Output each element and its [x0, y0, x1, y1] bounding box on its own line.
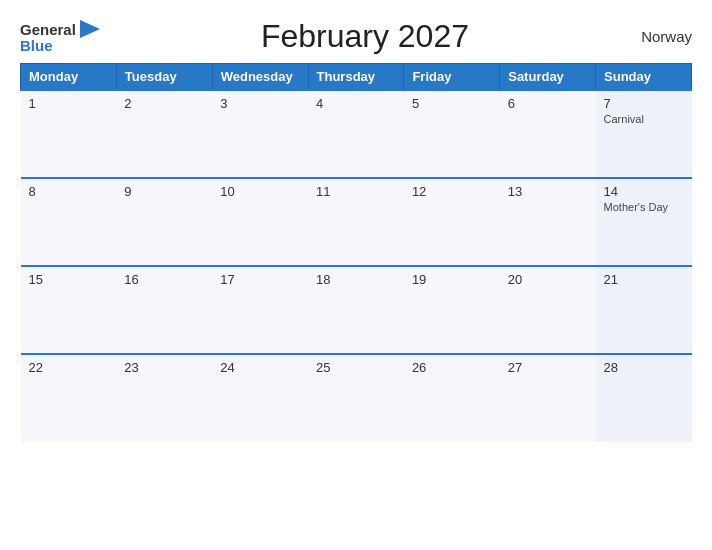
calendar-cell: 24	[212, 354, 308, 442]
calendar-cell: 26	[404, 354, 500, 442]
calendar-cell: 11	[308, 178, 404, 266]
header-friday: Friday	[404, 64, 500, 91]
day-number: 2	[124, 96, 204, 111]
day-number: 21	[604, 272, 684, 287]
header-monday: Monday	[21, 64, 117, 91]
header-wednesday: Wednesday	[212, 64, 308, 91]
calendar-cell: 21	[596, 266, 692, 354]
logo: General Blue	[20, 20, 108, 53]
calendar-cell: 13	[500, 178, 596, 266]
calendar-cell: 3	[212, 90, 308, 178]
calendar-cell: 4	[308, 90, 404, 178]
header-tuesday: Tuesday	[116, 64, 212, 91]
day-number: 25	[316, 360, 396, 375]
day-number: 17	[220, 272, 300, 287]
day-number: 1	[29, 96, 109, 111]
flag-icon	[80, 20, 108, 38]
day-number: 24	[220, 360, 300, 375]
day-number: 7	[604, 96, 684, 111]
country-label: Norway	[622, 28, 692, 45]
calendar-week-row: 15161718192021	[21, 266, 692, 354]
calendar-cell: 23	[116, 354, 212, 442]
day-number: 18	[316, 272, 396, 287]
calendar-cell: 16	[116, 266, 212, 354]
calendar-cell: 12	[404, 178, 500, 266]
calendar-cell: 6	[500, 90, 596, 178]
svg-marker-0	[80, 20, 100, 38]
day-number: 27	[508, 360, 588, 375]
calendar-week-row: 1234567Carnival	[21, 90, 692, 178]
day-number: 19	[412, 272, 492, 287]
calendar-cell: 28	[596, 354, 692, 442]
calendar-cell: 8	[21, 178, 117, 266]
calendar-table: Monday Tuesday Wednesday Thursday Friday…	[20, 63, 692, 442]
day-number: 4	[316, 96, 396, 111]
calendar-cell: 22	[21, 354, 117, 442]
day-number: 20	[508, 272, 588, 287]
day-number: 11	[316, 184, 396, 199]
calendar-cell: 19	[404, 266, 500, 354]
day-number: 15	[29, 272, 109, 287]
calendar-cell: 10	[212, 178, 308, 266]
calendar-header: General Blue February 2027 Norway	[20, 18, 692, 55]
weekday-header-row: Monday Tuesday Wednesday Thursday Friday…	[21, 64, 692, 91]
day-number: 5	[412, 96, 492, 111]
calendar-week-row: 22232425262728	[21, 354, 692, 442]
calendar-cell: 9	[116, 178, 212, 266]
calendar-cell: 2	[116, 90, 212, 178]
day-number: 6	[508, 96, 588, 111]
calendar-cell: 1	[21, 90, 117, 178]
event-label: Carnival	[604, 113, 684, 125]
calendar-title: February 2027	[108, 18, 622, 55]
calendar-cell: 20	[500, 266, 596, 354]
header-thursday: Thursday	[308, 64, 404, 91]
header-sunday: Sunday	[596, 64, 692, 91]
day-number: 28	[604, 360, 684, 375]
day-number: 26	[412, 360, 492, 375]
day-number: 9	[124, 184, 204, 199]
calendar-cell: 14Mother's Day	[596, 178, 692, 266]
calendar-cell: 27	[500, 354, 596, 442]
day-number: 23	[124, 360, 204, 375]
day-number: 14	[604, 184, 684, 199]
calendar-cell: 7Carnival	[596, 90, 692, 178]
day-number: 10	[220, 184, 300, 199]
day-number: 13	[508, 184, 588, 199]
logo-general-text: General	[20, 22, 76, 37]
day-number: 8	[29, 184, 109, 199]
calendar-cell: 17	[212, 266, 308, 354]
calendar-cell: 5	[404, 90, 500, 178]
calendar-cell: 15	[21, 266, 117, 354]
calendar-cell: 18	[308, 266, 404, 354]
calendar-page: General Blue February 2027 Norway Monday…	[0, 0, 712, 550]
calendar-week-row: 891011121314Mother's Day	[21, 178, 692, 266]
calendar-cell: 25	[308, 354, 404, 442]
day-number: 22	[29, 360, 109, 375]
header-saturday: Saturday	[500, 64, 596, 91]
day-number: 3	[220, 96, 300, 111]
day-number: 12	[412, 184, 492, 199]
logo-blue-text: Blue	[20, 38, 53, 53]
day-number: 16	[124, 272, 204, 287]
event-label: Mother's Day	[604, 201, 684, 213]
